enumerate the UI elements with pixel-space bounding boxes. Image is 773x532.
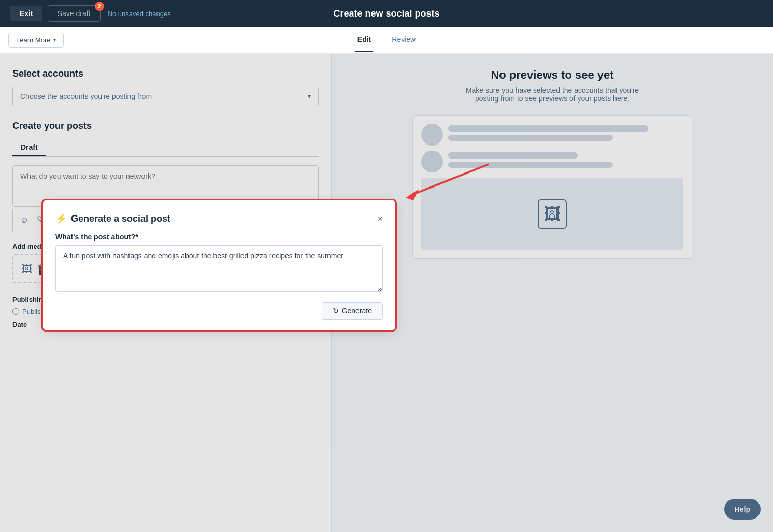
main-layout: Select accounts Choose the accounts you'… <box>0 54 773 532</box>
svg-marker-1 <box>406 189 419 200</box>
refresh-icon: ↻ <box>333 307 339 315</box>
unsaved-changes-link[interactable]: No unsaved changes <box>108 10 171 18</box>
svg-line-0 <box>411 164 489 195</box>
modal-footer: ↻ Generate <box>55 302 383 320</box>
bolt-icon: ⚡ <box>55 213 67 224</box>
modal-header: ⚡ Generate a social post × <box>55 213 383 224</box>
modal-post-description[interactable]: A fun post with hashtags and emojis abou… <box>55 245 383 292</box>
chevron-down-icon: ▾ <box>53 37 56 43</box>
modal-title: ⚡ Generate a social post <box>55 213 170 224</box>
generate-button[interactable]: ↻ Generate <box>322 302 383 320</box>
save-draft-button[interactable]: Save draft 2 <box>48 5 101 22</box>
draft-badge: 2 <box>95 2 104 11</box>
nav-tabs: Edit Review <box>355 28 418 52</box>
tab-review[interactable]: Review <box>390 28 418 52</box>
exit-button[interactable]: Exit <box>10 6 42 21</box>
page-title: Create new social posts <box>333 8 439 19</box>
top-bar: Exit Save draft 2 No unsaved changes Cre… <box>0 0 773 27</box>
learn-more-button[interactable]: Learn More ▾ <box>8 33 64 48</box>
modal-field-label: What's the post about?* <box>55 233 383 241</box>
tab-edit[interactable]: Edit <box>355 28 373 52</box>
sub-nav: Learn More ▾ Edit Review <box>0 27 773 54</box>
modal-close-button[interactable]: × <box>377 213 383 224</box>
modal-wrapper: ⚡ Generate a social post × What's the po… <box>41 199 397 332</box>
generate-post-modal: ⚡ Generate a social post × What's the po… <box>43 200 395 330</box>
modal-overlay: ⚡ Generate a social post × What's the po… <box>0 54 773 532</box>
red-arrow <box>395 154 499 206</box>
